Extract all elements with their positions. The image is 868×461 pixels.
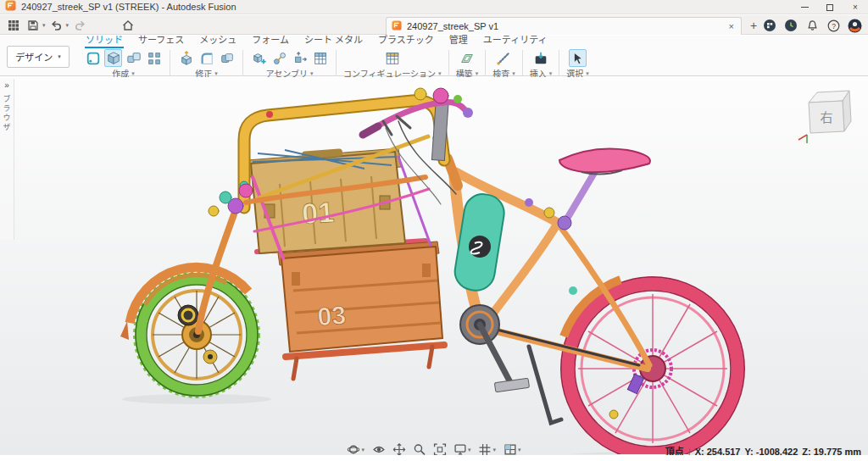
design-menu-label: デザイン: [15, 50, 53, 64]
ribbon-tabs: ソリッド サーフェス メッシュ フォーム シート メタル プラスチック 管理 ユ…: [78, 36, 868, 48]
look-at-icon: [372, 443, 385, 456]
pan-button[interactable]: [392, 443, 405, 456]
fit-button[interactable]: [433, 443, 446, 456]
modify-fillet-icon: [199, 51, 214, 66]
document-tab-label: 240927_streek_SP v1: [407, 21, 722, 31]
tab-strip: 240927_streek_SP v1 × +: [386, 15, 762, 35]
create-sketch-button[interactable]: [84, 49, 102, 67]
fusion-logo-icon: [5, 0, 16, 14]
modify-presspull-button[interactable]: [177, 49, 195, 67]
group-assembly: アセンブリ▾: [244, 49, 335, 80]
saddle-assembly[interactable]: [558, 149, 650, 230]
grid-icon: [479, 443, 492, 456]
drivetrain[interactable]: [460, 305, 639, 423]
create-pattern-button[interactable]: [145, 49, 163, 67]
tab-surface[interactable]: サーフェス: [137, 32, 185, 48]
create-solid-button[interactable]: [104, 49, 122, 67]
group-modify: 修正▾: [171, 49, 242, 80]
configuration-table-icon: [385, 51, 400, 66]
maximize-button[interactable]: [817, 0, 843, 14]
insert-button[interactable]: [531, 49, 549, 67]
group-construct: 構築▾: [450, 49, 485, 80]
construct-plane-icon: [459, 51, 475, 66]
group-inspect: 検査▾: [487, 49, 521, 80]
select-cursor-icon: [570, 51, 585, 66]
assembly-bom-icon: [313, 51, 328, 66]
tab-plastic[interactable]: プラスチック: [377, 32, 435, 48]
document-tab[interactable]: 240927_streek_SP v1 ×: [386, 17, 742, 35]
user-avatar[interactable]: [846, 17, 863, 34]
look-at-button[interactable]: [372, 443, 385, 456]
group-insert: 挿入▾: [524, 49, 559, 80]
tab-mesh[interactable]: メッシュ: [198, 32, 237, 48]
grid-snap-button[interactable]: ▾: [479, 443, 497, 456]
display-settings-icon: [453, 443, 466, 456]
construct-plane-button[interactable]: [458, 49, 476, 67]
create-solid-icon: [106, 51, 121, 66]
account-toolbar: ?: [761, 16, 863, 35]
inspect-measure-icon: [496, 51, 511, 66]
tab-close-icon[interactable]: ×: [727, 21, 736, 31]
chevron-down-icon: ▾: [58, 53, 61, 60]
undo-button[interactable]: [48, 17, 65, 34]
modify-presspull-icon: [179, 51, 194, 66]
assembly-position-icon: [292, 51, 308, 66]
cargo-trike-model[interactable]: 03 01: [0, 77, 868, 454]
bottom-strip: [0, 455, 868, 461]
tab-form[interactable]: フォーム: [251, 32, 290, 48]
assembly-position-button[interactable]: [291, 49, 309, 67]
titlebar: 240927_streek_SP v1 (STREEK) - Autodesk …: [0, 0, 868, 14]
redo-button[interactable]: [71, 17, 88, 34]
create-sketch-icon: [86, 51, 101, 66]
viewport-canvas[interactable]: » ブラウザ: [0, 77, 868, 461]
window-title: 240927_streek_SP v1 (STREEK) - Autodesk …: [21, 2, 236, 12]
insert-icon: [533, 51, 548, 66]
viewcube[interactable]: 右: [795, 82, 858, 145]
box-bottom-number: 03: [316, 301, 347, 330]
create-derive-icon: [126, 51, 142, 66]
assembly-joint-icon: [272, 51, 287, 66]
orbit-button[interactable]: ▾: [347, 443, 364, 456]
fusion-window: 240927_streek_SP v1 (STREEK) - Autodesk …: [0, 0, 868, 461]
fit-icon: [433, 443, 446, 456]
assembly-joint-button[interactable]: [270, 49, 288, 67]
configuration-table-button[interactable]: [383, 49, 401, 67]
design-menu-button[interactable]: デザイン ▾: [7, 46, 70, 68]
save-button[interactable]: [25, 17, 42, 34]
extensions-icon[interactable]: [761, 17, 778, 34]
close-button[interactable]: ×: [843, 0, 868, 14]
tab-utility[interactable]: ユーティリティ: [482, 32, 548, 48]
save-dropdown-icon[interactable]: ▾: [42, 22, 46, 29]
help-icon[interactable]: ?: [825, 17, 842, 34]
zoom-icon: [413, 443, 426, 456]
assembly-new-component-button[interactable]: [250, 49, 268, 67]
create-pattern-icon: [147, 51, 162, 66]
inspect-measure-button[interactable]: [495, 49, 513, 67]
tab-solid[interactable]: ソリッド: [85, 32, 124, 48]
data-panel-icon[interactable]: [5, 17, 22, 34]
tab-manage[interactable]: 管理: [448, 32, 469, 48]
modify-combine-icon: [220, 51, 235, 66]
orbit-icon: [347, 443, 359, 456]
axis-x: [798, 135, 807, 140]
svg-text:?: ?: [832, 21, 836, 30]
modify-fillet-button[interactable]: [198, 49, 215, 67]
group-select: 選択▾: [560, 49, 595, 80]
create-derive-button[interactable]: [125, 49, 142, 67]
ribbon-tools: 作成▾ 修正▾: [78, 48, 868, 76]
select-button[interactable]: [569, 49, 587, 67]
zoom-button[interactable]: [413, 443, 426, 456]
new-tab-button[interactable]: +: [745, 17, 762, 34]
viewports-button[interactable]: ▾: [504, 443, 521, 456]
minimize-button[interactable]: [792, 0, 817, 14]
display-settings-button[interactable]: ▾: [453, 443, 471, 456]
assembly-bom-button[interactable]: [311, 49, 329, 67]
modify-combine-button[interactable]: [218, 49, 236, 67]
home-button[interactable]: [119, 17, 137, 34]
undo-dropdown-icon[interactable]: ▾: [66, 22, 70, 29]
storage-box-bottom[interactable]: 03: [278, 238, 442, 352]
job-status-icon[interactable]: [782, 17, 799, 34]
assembly-new-component-icon: [252, 51, 267, 66]
notifications-bell-icon[interactable]: [804, 17, 821, 34]
tab-sheetmetal[interactable]: シート メタル: [303, 32, 364, 48]
